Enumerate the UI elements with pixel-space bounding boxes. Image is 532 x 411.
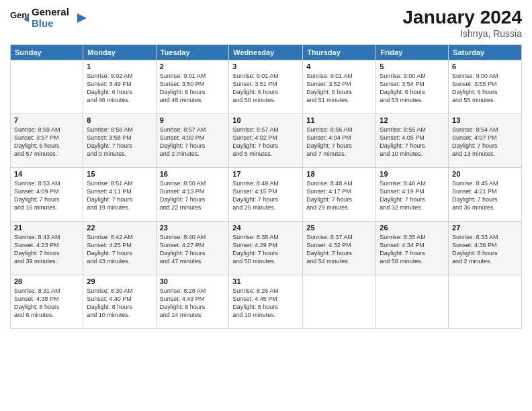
svg-marker-2 <box>77 13 87 23</box>
calendar-cell: 27Sunrise: 8:33 AM Sunset: 4:36 PM Dayli… <box>449 222 522 275</box>
calendar-cell: 5Sunrise: 9:00 AM Sunset: 3:54 PM Daylig… <box>376 60 449 114</box>
calendar-cell: 2Sunrise: 9:01 AM Sunset: 3:50 PM Daylig… <box>156 60 229 114</box>
day-info: Sunrise: 8:26 AM Sunset: 4:45 PM Dayligh… <box>232 287 299 320</box>
day-number: 29 <box>87 277 152 285</box>
day-number: 30 <box>160 277 226 285</box>
day-number: 23 <box>160 224 226 232</box>
calendar-cell <box>449 275 522 329</box>
week-row-4: 21Sunrise: 8:43 AM Sunset: 4:23 PM Dayli… <box>11 222 522 275</box>
calendar-cell: 14Sunrise: 8:53 AM Sunset: 4:09 PM Dayli… <box>11 168 83 222</box>
calendar-cell: 15Sunrise: 8:51 AM Sunset: 4:11 PM Dayli… <box>83 168 156 222</box>
day-info: Sunrise: 8:46 AM Sunset: 4:19 PM Dayligh… <box>380 179 445 212</box>
day-number: 11 <box>306 116 372 124</box>
day-info: Sunrise: 8:33 AM Sunset: 4:36 PM Dayligh… <box>452 233 518 266</box>
day-number: 31 <box>232 277 299 285</box>
day-number: 24 <box>232 224 299 232</box>
day-number: 10 <box>232 116 299 124</box>
day-info: Sunrise: 8:56 AM Sunset: 4:04 PM Dayligh… <box>306 126 372 158</box>
day-number: 1 <box>87 62 152 71</box>
day-info: Sunrise: 8:37 AM Sunset: 4:32 PM Dayligh… <box>306 233 372 266</box>
day-info: Sunrise: 8:51 AM Sunset: 4:11 PM Dayligh… <box>87 179 152 212</box>
calendar-cell: 24Sunrise: 8:38 AM Sunset: 4:29 PM Dayli… <box>229 222 303 275</box>
calendar-cell: 30Sunrise: 8:28 AM Sunset: 4:43 PM Dayli… <box>156 275 229 329</box>
day-info: Sunrise: 8:48 AM Sunset: 4:17 PM Dayligh… <box>306 179 372 212</box>
day-number: 20 <box>452 170 518 178</box>
calendar-cell <box>376 275 449 329</box>
calendar-cell: 4Sunrise: 9:01 AM Sunset: 3:52 PM Daylig… <box>303 60 376 114</box>
day-number: 28 <box>14 277 79 285</box>
title-block: January 2024 Ishnya, Russia <box>403 7 522 39</box>
calendar-cell: 26Sunrise: 8:35 AM Sunset: 4:34 PM Dayli… <box>376 222 449 275</box>
day-info: Sunrise: 9:01 AM Sunset: 3:52 PM Dayligh… <box>306 72 372 105</box>
day-info: Sunrise: 8:57 AM Sunset: 4:00 PM Dayligh… <box>160 126 226 158</box>
day-info: Sunrise: 8:53 AM Sunset: 4:09 PM Dayligh… <box>14 179 79 212</box>
calendar-cell: 18Sunrise: 8:48 AM Sunset: 4:17 PM Dayli… <box>303 168 376 222</box>
day-number: 25 <box>306 224 372 232</box>
col-wednesday: Wednesday <box>229 45 303 60</box>
day-number: 27 <box>452 224 518 232</box>
day-info: Sunrise: 8:43 AM Sunset: 4:23 PM Dayligh… <box>14 233 79 266</box>
calendar-table: Sunday Monday Tuesday Wednesday Thursday… <box>10 44 522 329</box>
day-info: Sunrise: 8:57 AM Sunset: 4:02 PM Dayligh… <box>232 126 299 158</box>
day-number: 18 <box>306 170 372 178</box>
day-info: Sunrise: 8:50 AM Sunset: 4:13 PM Dayligh… <box>160 179 226 212</box>
calendar-cell: 22Sunrise: 8:42 AM Sunset: 4:25 PM Dayli… <box>83 222 156 275</box>
header: General General Blue January 2024 Ishnya… <box>10 7 522 39</box>
calendar-cell <box>303 275 376 329</box>
day-info: Sunrise: 8:49 AM Sunset: 4:15 PM Dayligh… <box>232 179 299 212</box>
col-saturday: Saturday <box>449 45 522 60</box>
logo-general: General <box>32 6 69 17</box>
day-number: 19 <box>380 170 445 178</box>
day-number: 21 <box>14 224 79 232</box>
calendar-cell: 20Sunrise: 8:45 AM Sunset: 4:21 PM Dayli… <box>449 168 522 222</box>
day-info: Sunrise: 8:35 AM Sunset: 4:34 PM Dayligh… <box>380 233 445 266</box>
day-info: Sunrise: 8:31 AM Sunset: 4:38 PM Dayligh… <box>14 287 79 320</box>
calendar-cell: 28Sunrise: 8:31 AM Sunset: 4:38 PM Dayli… <box>11 275 83 329</box>
location: Ishnya, Russia <box>403 28 522 39</box>
week-row-1: 1Sunrise: 9:02 AM Sunset: 3:49 PM Daylig… <box>11 60 522 114</box>
day-info: Sunrise: 8:59 AM Sunset: 3:57 PM Dayligh… <box>14 126 79 158</box>
day-number: 26 <box>380 224 445 232</box>
day-info: Sunrise: 8:42 AM Sunset: 4:25 PM Dayligh… <box>87 233 152 266</box>
day-info: Sunrise: 8:30 AM Sunset: 4:40 PM Dayligh… <box>87 287 152 320</box>
calendar-page: General General Blue January 2024 Ishnya… <box>0 0 532 411</box>
day-number: 22 <box>87 224 152 232</box>
day-number: 13 <box>452 116 518 124</box>
day-number: 16 <box>160 170 226 178</box>
week-row-5: 28Sunrise: 8:31 AM Sunset: 4:38 PM Dayli… <box>11 275 522 329</box>
day-number: 15 <box>87 170 152 178</box>
calendar-cell: 10Sunrise: 8:57 AM Sunset: 4:02 PM Dayli… <box>229 114 303 168</box>
day-info: Sunrise: 9:00 AM Sunset: 3:55 PM Dayligh… <box>452 72 518 105</box>
col-tuesday: Tuesday <box>156 45 229 60</box>
calendar-cell: 29Sunrise: 8:30 AM Sunset: 4:40 PM Dayli… <box>83 275 156 329</box>
week-row-2: 7Sunrise: 8:59 AM Sunset: 3:57 PM Daylig… <box>11 114 522 168</box>
day-number: 7 <box>14 116 79 124</box>
day-info: Sunrise: 9:02 AM Sunset: 3:49 PM Dayligh… <box>87 72 152 105</box>
col-thursday: Thursday <box>303 45 376 60</box>
day-info: Sunrise: 8:40 AM Sunset: 4:27 PM Dayligh… <box>160 233 226 266</box>
day-number: 8 <box>87 116 152 124</box>
logo-arrow-icon <box>72 11 87 26</box>
logo-blue: Blue <box>32 18 69 30</box>
day-info: Sunrise: 9:01 AM Sunset: 3:50 PM Dayligh… <box>160 72 226 105</box>
day-info: Sunrise: 8:55 AM Sunset: 4:05 PM Dayligh… <box>380 126 445 158</box>
col-monday: Monday <box>83 45 156 60</box>
day-number: 2 <box>160 62 226 71</box>
day-info: Sunrise: 8:28 AM Sunset: 4:43 PM Dayligh… <box>160 287 226 320</box>
calendar-cell: 17Sunrise: 8:49 AM Sunset: 4:15 PM Dayli… <box>229 168 303 222</box>
calendar-cell <box>11 60 83 114</box>
day-number: 6 <box>452 62 518 71</box>
day-number: 9 <box>160 116 226 124</box>
calendar-cell: 11Sunrise: 8:56 AM Sunset: 4:04 PM Dayli… <box>303 114 376 168</box>
days-header-row: Sunday Monday Tuesday Wednesday Thursday… <box>11 45 522 60</box>
day-number: 5 <box>380 62 445 71</box>
day-number: 12 <box>380 116 445 124</box>
calendar-cell: 8Sunrise: 8:58 AM Sunset: 3:58 PM Daylig… <box>83 114 156 168</box>
calendar-cell: 23Sunrise: 8:40 AM Sunset: 4:27 PM Dayli… <box>156 222 229 275</box>
day-info: Sunrise: 8:38 AM Sunset: 4:29 PM Dayligh… <box>232 233 299 266</box>
calendar-cell: 13Sunrise: 8:54 AM Sunset: 4:07 PM Dayli… <box>449 114 522 168</box>
day-info: Sunrise: 9:00 AM Sunset: 3:54 PM Dayligh… <box>380 72 445 105</box>
calendar-cell: 31Sunrise: 8:26 AM Sunset: 4:45 PM Dayli… <box>229 275 303 329</box>
calendar-cell: 19Sunrise: 8:46 AM Sunset: 4:19 PM Dayli… <box>376 168 449 222</box>
week-row-3: 14Sunrise: 8:53 AM Sunset: 4:09 PM Dayli… <box>11 168 522 222</box>
